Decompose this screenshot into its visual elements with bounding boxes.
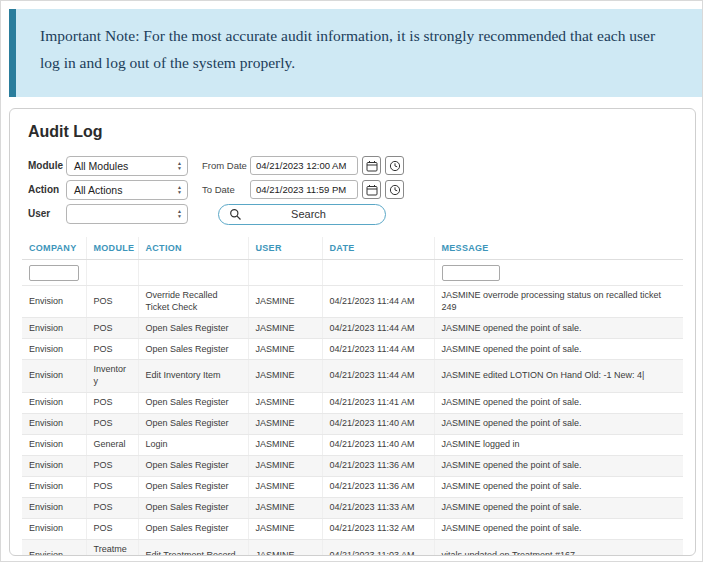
company-cell: Envision [22, 360, 86, 392]
company-cell: Envision [22, 318, 86, 339]
company-cell: Envision [22, 392, 86, 413]
to-date-input[interactable] [250, 180, 358, 199]
filter-cell [322, 260, 434, 286]
page-title: Audit Log [28, 123, 683, 141]
action-cell: Open Sales Register [138, 497, 248, 518]
action-filter-label: Action [28, 184, 66, 195]
audit-log-table: COMPANYMODULEACTIONUSERDATEMESSAGE Envis… [22, 237, 683, 556]
action-select-value: All Actions [74, 184, 122, 196]
module-cell: POS [86, 318, 138, 339]
table-row: EnvisionInventoryEdit Inventory ItemJASM… [22, 360, 683, 392]
module-cell: General [86, 434, 138, 455]
message-cell: JASMINE opened the point of sale. [434, 518, 683, 539]
table-row: EnvisionTreatmentEdit Treatment RecordJA… [22, 539, 683, 556]
user-cell: JASMINE [248, 413, 322, 434]
audit-log-screen: Important Note: For the most accurate au… [0, 0, 703, 562]
company-cell: Envision [22, 518, 86, 539]
table-row: EnvisionPOSOpen Sales RegisterJASMINE04/… [22, 497, 683, 518]
audit-log-card: Audit Log Module All Modules ▲▼ Action A… [9, 108, 696, 556]
to-date-calendar-button[interactable] [362, 180, 381, 199]
message-cell: JASMINE opened the point of sale. [434, 392, 683, 413]
action-filter-row: Action All Actions ▲▼ [28, 179, 188, 200]
from-date-input[interactable] [250, 156, 358, 175]
date-cell: 04/21/2023 11:32 AM [322, 518, 434, 539]
message-cell: JASMINE opened the point of sale. [434, 476, 683, 497]
module-cell: POS [86, 413, 138, 434]
column-header-action[interactable]: ACTION [138, 237, 248, 260]
action-cell: Open Sales Register [138, 518, 248, 539]
user-filter-row: User ▲▼ [28, 203, 188, 224]
module-cell: Inventory [86, 360, 138, 392]
column-header-user[interactable]: USER [248, 237, 322, 260]
calendar-icon [366, 184, 378, 196]
table-row: EnvisionPOSOpen Sales RegisterJASMINE04/… [22, 518, 683, 539]
table-row: EnvisionPOSOpen Sales RegisterJASMINE04/… [22, 339, 683, 360]
module-cell: POS [86, 286, 138, 318]
calendar-icon [366, 160, 378, 172]
module-select[interactable]: All Modules ▲▼ [66, 156, 188, 176]
user-cell: JASMINE [248, 518, 322, 539]
user-filter-label: User [28, 208, 66, 219]
action-select[interactable]: All Actions ▲▼ [66, 180, 188, 200]
company-cell: Envision [22, 286, 86, 318]
message-cell: JASMINE logged in [434, 434, 683, 455]
company-cell: Envision [22, 539, 86, 556]
message-cell: JASMINE overrode processing status on re… [434, 286, 683, 318]
action-cell: Open Sales Register [138, 392, 248, 413]
column-header-message[interactable]: MESSAGE [434, 237, 683, 260]
table-filter-row [22, 260, 683, 286]
date-cell: 04/21/2023 11:44 AM [322, 360, 434, 392]
table-row: EnvisionPOSOpen Sales RegisterJASMINE04/… [22, 413, 683, 434]
action-cell: Open Sales Register [138, 413, 248, 434]
module-filter-label: Module [28, 160, 66, 171]
filter-cell [138, 260, 248, 286]
company-cell: Envision [22, 476, 86, 497]
search-icon [229, 208, 242, 221]
user-select[interactable]: ▲▼ [66, 204, 188, 224]
module-filter-row: Module All Modules ▲▼ [28, 155, 188, 176]
date-cell: 04/21/2023 11:36 AM [322, 476, 434, 497]
module-cell: POS [86, 476, 138, 497]
important-note-banner: Important Note: For the most accurate au… [9, 9, 702, 97]
date-cell: 04/21/2023 11:40 AM [322, 434, 434, 455]
message-cell: JASMINE opened the point of sale. [434, 497, 683, 518]
company-cell: Envision [22, 434, 86, 455]
chevron-updown-icon: ▲▼ [177, 161, 182, 171]
action-cell: Open Sales Register [138, 455, 248, 476]
table-row: EnvisionPOSOverride Recalled Ticket Chec… [22, 286, 683, 318]
table-row: EnvisionPOSOpen Sales RegisterJASMINE04/… [22, 476, 683, 497]
clock-icon [389, 184, 401, 196]
company-filter-input[interactable] [29, 265, 79, 281]
search-button[interactable]: Search [218, 204, 386, 225]
column-header-date[interactable]: DATE [322, 237, 434, 260]
user-cell: JASMINE [248, 497, 322, 518]
user-cell: JASMINE [248, 318, 322, 339]
table-row: EnvisionGeneralLoginJASMINE04/21/2023 11… [22, 434, 683, 455]
message-filter-input[interactable] [442, 265, 500, 281]
column-header-company[interactable]: COMPANY [22, 237, 86, 260]
table-row: EnvisionPOSOpen Sales RegisterJASMINE04/… [22, 392, 683, 413]
message-cell: JASMINE edited LOTION On Hand Old: -1 Ne… [434, 360, 683, 392]
message-filter-cell [434, 260, 683, 286]
company-cell: Envision [22, 497, 86, 518]
to-date-clock-button[interactable] [385, 180, 404, 199]
module-cell: POS [86, 497, 138, 518]
filter-cell [248, 260, 322, 286]
action-cell: Override Recalled Ticket Check [138, 286, 248, 318]
action-cell: Edit Inventory Item [138, 360, 248, 392]
user-cell: JASMINE [248, 455, 322, 476]
message-cell: vitals updated on Treatment #167 [434, 539, 683, 556]
chevron-updown-icon: ▲▼ [177, 185, 182, 195]
from-date-clock-button[interactable] [385, 156, 404, 175]
clock-icon [389, 160, 401, 172]
table-row: EnvisionPOSOpen Sales RegisterJASMINE04/… [22, 318, 683, 339]
date-cell: 04/21/2023 11:03 AM [322, 539, 434, 556]
user-cell: JASMINE [248, 392, 322, 413]
user-cell: JASMINE [248, 476, 322, 497]
table-row: EnvisionPOSOpen Sales RegisterJASMINE04/… [22, 455, 683, 476]
column-header-module[interactable]: MODULE [86, 237, 138, 260]
date-cell: 04/21/2023 11:33 AM [322, 497, 434, 518]
from-date-calendar-button[interactable] [362, 156, 381, 175]
to-date-row: To Date [202, 179, 404, 200]
from-date-row: From Date [202, 155, 404, 176]
